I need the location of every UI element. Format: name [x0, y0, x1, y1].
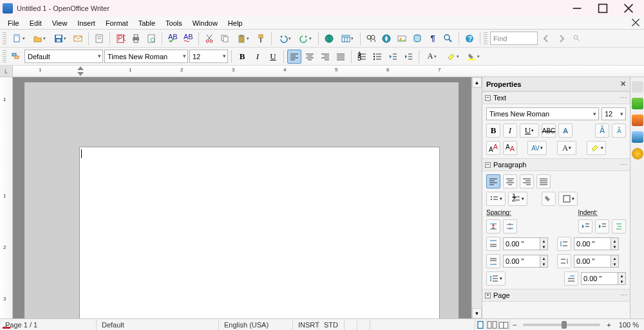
numbering-button[interactable]: 123: [355, 50, 369, 64]
toolbar-grip-3[interactable]: [3, 50, 6, 63]
horizontal-ruler[interactable]: 1 1 2 3 4 5 6 7: [13, 66, 644, 77]
document-area[interactable]: [13, 77, 471, 318]
panel-align-right-button[interactable]: [520, 174, 534, 188]
redo-button[interactable]: ▾: [296, 32, 315, 46]
line-spacing-button[interactable]: ▾: [486, 271, 506, 286]
zoom-slider[interactable]: [523, 324, 600, 326]
decrease-spacing-button[interactable]: [503, 219, 517, 234]
close-button[interactable]: [616, 0, 641, 17]
menu-tools[interactable]: Tools: [160, 18, 187, 28]
panel-shadow-button[interactable]: A: [558, 124, 573, 138]
minimize-button[interactable]: [564, 0, 590, 17]
panel-font-color-button[interactable]: A▾: [557, 141, 576, 155]
toolbar-grip-2[interactable]: [484, 32, 488, 45]
increase-indent-button[interactable]: [401, 50, 415, 64]
properties-close-icon[interactable]: ✕: [620, 80, 626, 88]
italic-button[interactable]: I: [251, 50, 265, 64]
panel-bullets-button[interactable]: ▾: [486, 192, 506, 206]
align-justify-button[interactable]: [334, 50, 348, 64]
panel-highlight-button[interactable]: ▾: [587, 141, 606, 155]
more-options-icon[interactable]: ⋯: [620, 291, 627, 300]
status-page[interactable]: Page 1 / 1: [0, 319, 97, 330]
sidebar-tab-navigator-icon[interactable]: [632, 115, 643, 126]
menu-window[interactable]: Window: [187, 18, 223, 28]
view-book-icon[interactable]: [498, 319, 510, 330]
font-color-button[interactable]: A▾: [422, 50, 442, 64]
font-name-combo[interactable]: Times New Roman▾: [104, 50, 188, 63]
print-preview-button[interactable]: [144, 32, 158, 46]
panel-decrease-font-button[interactable]: А̌: [612, 124, 626, 138]
text-section-header[interactable]: − Text ⋯: [482, 91, 630, 104]
increase-indent-panel-button[interactable]: [578, 219, 592, 234]
view-single-page-icon[interactable]: [475, 319, 487, 330]
highlight-button[interactable]: ▾: [443, 50, 462, 64]
panel-size-combo[interactable]: 12▾: [601, 107, 626, 120]
expand-icon[interactable]: +: [485, 293, 491, 298]
increase-spacing-button[interactable]: [486, 219, 500, 234]
styles-button[interactable]: [9, 50, 23, 64]
status-insert-mode[interactable]: INSRT: [293, 319, 319, 330]
page-section-header[interactable]: + Page ⋯: [482, 289, 630, 302]
panel-font-combo[interactable]: Times New Roman▾: [486, 107, 599, 120]
menu-edit[interactable]: Edit: [24, 18, 47, 28]
paragraph-style-combo[interactable]: Default▾: [24, 50, 103, 63]
zoom-percent[interactable]: 100 %: [614, 319, 644, 330]
view-multi-page-icon[interactable]: [487, 319, 498, 330]
sidebar-tab-styles-icon[interactable]: [632, 131, 643, 143]
find-prev-button[interactable]: [539, 32, 553, 46]
panel-numbering-button[interactable]: 12▾: [508, 192, 527, 206]
find-all-button[interactable]: [570, 32, 584, 46]
toolbar-grip[interactable]: [3, 32, 6, 45]
hyperlink-button[interactable]: [322, 32, 336, 46]
panel-underline-button[interactable]: U▾: [520, 124, 539, 138]
panel-spacing-button[interactable]: AV▾: [527, 141, 547, 155]
export-pdf-button[interactable]: PDF: [113, 32, 128, 46]
find-next-button[interactable]: [554, 32, 569, 46]
panel-subscript-button[interactable]: AA: [503, 141, 517, 155]
collapse-icon[interactable]: −: [485, 95, 491, 101]
sidebar-tab-functions-icon[interactable]: [632, 148, 643, 160]
bullets-button[interactable]: [370, 50, 384, 64]
vertical-scrollbar[interactable]: ▲ ▼: [471, 77, 482, 318]
status-style[interactable]: Default: [97, 319, 219, 330]
paragraph-section-header[interactable]: − Paragraph ⋯: [482, 158, 630, 171]
close-doc-icon[interactable]: [631, 18, 640, 27]
find-replace-button[interactable]: [364, 32, 378, 46]
more-options-icon[interactable]: ⋯: [620, 161, 627, 169]
panel-align-left-button[interactable]: [486, 174, 500, 188]
indent-after-spin[interactable]: 0.00 "▲▼: [574, 255, 619, 268]
decrease-indent-button[interactable]: [386, 50, 400, 64]
bold-button[interactable]: B: [235, 50, 249, 64]
panel-increase-font-button[interactable]: А̂: [595, 124, 609, 138]
indent-before-spin[interactable]: 0.00 "▲▼: [574, 237, 619, 250]
find-input[interactable]: Find: [490, 32, 538, 45]
font-size-combo[interactable]: 12▾: [189, 50, 228, 63]
data-sources-button[interactable]: [410, 32, 424, 46]
collapse-icon[interactable]: −: [485, 162, 491, 168]
edit-file-button[interactable]: [92, 32, 106, 46]
vertical-ruler[interactable]: 1 1 2 3: [0, 77, 13, 318]
firstline-indent-spin[interactable]: 0.00 "▲▼: [581, 272, 626, 285]
menu-insert[interactable]: Insert: [72, 18, 100, 28]
align-center-button[interactable]: [303, 50, 317, 64]
navigator-button[interactable]: [379, 32, 393, 46]
background-color-button[interactable]: ▾: [464, 50, 483, 64]
copy-button[interactable]: [218, 32, 232, 46]
underline-button[interactable]: U: [266, 50, 280, 64]
cut-button[interactable]: [202, 32, 216, 46]
indent-marker-icon[interactable]: [77, 66, 84, 70]
align-right-button[interactable]: [318, 50, 332, 64]
status-selection-mode[interactable]: STD: [319, 319, 345, 330]
space-above-spin[interactable]: 0.00 "▲▼: [503, 237, 548, 250]
undo-button[interactable]: ▾: [275, 32, 294, 46]
space-below-spin[interactable]: 0.00 "▲▼: [503, 255, 548, 268]
panel-align-center-button[interactable]: [503, 174, 517, 188]
indent-marker-bottom-icon[interactable]: [77, 72, 84, 76]
panel-italic-button[interactable]: I: [503, 124, 517, 138]
maximize-button[interactable]: [590, 0, 616, 17]
more-options-icon[interactable]: ⋯: [620, 94, 627, 102]
help-button[interactable]: ?: [462, 32, 477, 46]
page[interactable]: [79, 147, 440, 318]
save-button[interactable]: ▾: [50, 32, 70, 46]
panel-bold-button[interactable]: B: [486, 124, 500, 138]
